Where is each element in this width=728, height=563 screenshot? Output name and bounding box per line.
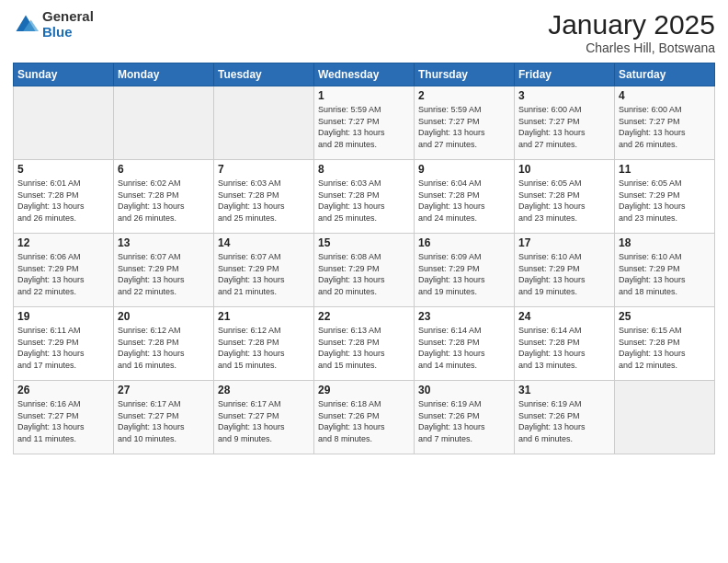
title-block: January 2025 Charles Hill, Botswana [548,9,715,55]
day-number: 11 [619,163,711,176]
day-number: 13 [118,236,210,249]
day-info: Sunrise: 6:17 AM Sunset: 7:27 PM Dayligh… [218,398,310,444]
day-number: 23 [418,310,510,323]
calendar-week-row: 26Sunrise: 6:16 AM Sunset: 7:27 PM Dayli… [14,381,715,454]
day-info: Sunrise: 6:19 AM Sunset: 7:26 PM Dayligh… [418,398,510,444]
table-row: 30Sunrise: 6:19 AM Sunset: 7:26 PM Dayli… [415,381,515,454]
day-number: 2 [418,89,510,102]
header: General Blue January 2025 Charles Hill, … [13,9,715,55]
day-info: Sunrise: 6:05 AM Sunset: 7:28 PM Dayligh… [518,178,610,224]
table-row: 15Sunrise: 6:08 AM Sunset: 7:29 PM Dayli… [314,234,415,307]
day-info: Sunrise: 6:08 AM Sunset: 7:29 PM Dayligh… [318,251,410,297]
logo-text: General Blue [42,9,94,40]
day-info: Sunrise: 6:12 AM Sunset: 7:28 PM Dayligh… [218,325,310,371]
table-row: 12Sunrise: 6:06 AM Sunset: 7:29 PM Dayli… [14,234,114,307]
day-number: 7 [218,163,310,176]
day-number: 17 [518,236,610,249]
day-info: Sunrise: 6:17 AM Sunset: 7:27 PM Dayligh… [118,398,210,444]
day-number: 28 [218,384,310,396]
day-info: Sunrise: 6:00 AM Sunset: 7:27 PM Dayligh… [619,104,711,150]
table-row [114,86,214,160]
page-container: General Blue January 2025 Charles Hill, … [0,0,728,462]
day-info: Sunrise: 6:16 AM Sunset: 7:27 PM Dayligh… [17,398,109,444]
day-number: 26 [17,384,109,396]
table-row: 17Sunrise: 6:10 AM Sunset: 7:29 PM Dayli… [515,234,615,307]
calendar-week-row: 5Sunrise: 6:01 AM Sunset: 7:28 PM Daylig… [14,160,715,234]
day-info: Sunrise: 6:14 AM Sunset: 7:28 PM Dayligh… [418,325,510,371]
day-number: 27 [118,384,210,396]
table-row: 2Sunrise: 5:59 AM Sunset: 7:27 PM Daylig… [415,86,515,160]
day-number: 10 [518,163,610,176]
calendar-title: January 2025 [548,9,715,40]
table-row: 18Sunrise: 6:10 AM Sunset: 7:29 PM Dayli… [615,234,715,307]
table-row [14,86,114,160]
table-row [214,86,314,160]
day-number: 21 [218,310,310,323]
table-row: 9Sunrise: 6:04 AM Sunset: 7:28 PM Daylig… [415,160,515,234]
calendar-week-row: 12Sunrise: 6:06 AM Sunset: 7:29 PM Dayli… [14,234,715,307]
day-info: Sunrise: 6:07 AM Sunset: 7:29 PM Dayligh… [218,251,310,297]
calendar-week-row: 19Sunrise: 6:11 AM Sunset: 7:29 PM Dayli… [14,307,715,381]
table-row: 27Sunrise: 6:17 AM Sunset: 7:27 PM Dayli… [114,381,214,454]
table-row: 16Sunrise: 6:09 AM Sunset: 7:29 PM Dayli… [415,234,515,307]
day-info: Sunrise: 6:10 AM Sunset: 7:29 PM Dayligh… [518,251,610,297]
day-number: 16 [418,236,510,249]
day-number: 5 [17,163,109,176]
day-info: Sunrise: 6:03 AM Sunset: 7:28 PM Dayligh… [318,178,410,224]
day-number: 15 [318,236,410,249]
day-number: 6 [118,163,210,176]
header-friday: Friday [515,63,615,86]
day-number: 31 [518,384,610,396]
header-thursday: Thursday [415,63,515,86]
table-row: 23Sunrise: 6:14 AM Sunset: 7:28 PM Dayli… [415,307,515,381]
day-info: Sunrise: 6:11 AM Sunset: 7:29 PM Dayligh… [17,325,109,371]
table-row: 25Sunrise: 6:15 AM Sunset: 7:28 PM Dayli… [615,307,715,381]
day-info: Sunrise: 5:59 AM Sunset: 7:27 PM Dayligh… [418,104,510,150]
header-tuesday: Tuesday [214,63,314,86]
table-row: 11Sunrise: 6:05 AM Sunset: 7:29 PM Dayli… [615,160,715,234]
logo: General Blue [13,9,94,40]
day-info: Sunrise: 6:10 AM Sunset: 7:29 PM Dayligh… [619,251,711,297]
day-info: Sunrise: 6:13 AM Sunset: 7:28 PM Dayligh… [318,325,410,371]
day-info: Sunrise: 6:05 AM Sunset: 7:29 PM Dayligh… [619,178,711,224]
calendar-week-row: 1Sunrise: 5:59 AM Sunset: 7:27 PM Daylig… [14,86,715,160]
logo-icon [13,12,39,38]
day-number: 9 [418,163,510,176]
day-info: Sunrise: 6:06 AM Sunset: 7:29 PM Dayligh… [17,251,109,297]
day-number: 8 [318,163,410,176]
day-info: Sunrise: 6:03 AM Sunset: 7:28 PM Dayligh… [218,178,310,224]
day-info: Sunrise: 5:59 AM Sunset: 7:27 PM Dayligh… [318,104,410,150]
day-number: 12 [17,236,109,249]
table-row: 13Sunrise: 6:07 AM Sunset: 7:29 PM Dayli… [114,234,214,307]
day-number: 18 [619,236,711,249]
day-number: 1 [318,89,410,102]
day-number: 22 [318,310,410,323]
header-saturday: Saturday [615,63,715,86]
day-info: Sunrise: 6:18 AM Sunset: 7:26 PM Dayligh… [318,398,410,444]
calendar-subtitle: Charles Hill, Botswana [548,40,715,55]
table-row [615,381,715,454]
day-info: Sunrise: 6:01 AM Sunset: 7:28 PM Dayligh… [17,178,109,224]
header-sunday: Sunday [14,63,114,86]
day-number: 29 [318,384,410,396]
table-row: 5Sunrise: 6:01 AM Sunset: 7:28 PM Daylig… [14,160,114,234]
table-row: 24Sunrise: 6:14 AM Sunset: 7:28 PM Dayli… [515,307,615,381]
day-info: Sunrise: 6:14 AM Sunset: 7:28 PM Dayligh… [518,325,610,371]
table-row: 31Sunrise: 6:19 AM Sunset: 7:26 PM Dayli… [515,381,615,454]
logo-general: General [42,9,94,25]
table-row: 1Sunrise: 5:59 AM Sunset: 7:27 PM Daylig… [314,86,415,160]
calendar-header-row: Sunday Monday Tuesday Wednesday Thursday… [14,63,715,86]
day-number: 14 [218,236,310,249]
day-number: 3 [518,89,610,102]
header-monday: Monday [114,63,214,86]
day-number: 24 [518,310,610,323]
table-row: 29Sunrise: 6:18 AM Sunset: 7:26 PM Dayli… [314,381,415,454]
table-row: 26Sunrise: 6:16 AM Sunset: 7:27 PM Dayli… [14,381,114,454]
day-info: Sunrise: 6:02 AM Sunset: 7:28 PM Dayligh… [118,178,210,224]
table-row: 20Sunrise: 6:12 AM Sunset: 7:28 PM Dayli… [114,307,214,381]
table-row: 28Sunrise: 6:17 AM Sunset: 7:27 PM Dayli… [214,381,314,454]
day-info: Sunrise: 6:07 AM Sunset: 7:29 PM Dayligh… [118,251,210,297]
table-row: 19Sunrise: 6:11 AM Sunset: 7:29 PM Dayli… [14,307,114,381]
day-number: 30 [418,384,510,396]
day-info: Sunrise: 6:15 AM Sunset: 7:28 PM Dayligh… [619,325,711,371]
